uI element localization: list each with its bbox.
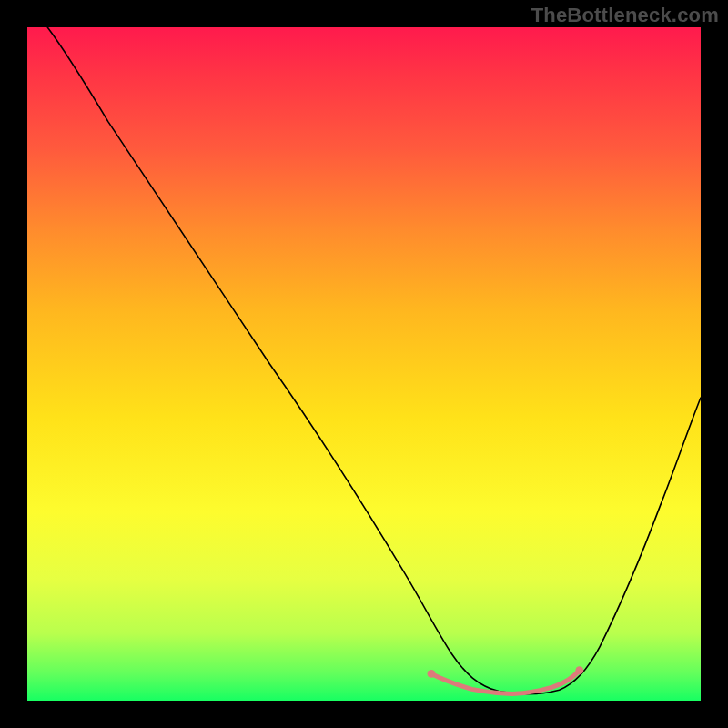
chart-frame: TheBottleneck.com — [0, 0, 728, 728]
plot-area — [27, 27, 701, 701]
curve-layer — [27, 27, 701, 701]
marker-dot-start — [428, 670, 436, 678]
marker-dot-end — [575, 666, 583, 674]
watermark-text: TheBottleneck.com — [531, 4, 719, 27]
bottleneck-curve — [47, 27, 701, 694]
